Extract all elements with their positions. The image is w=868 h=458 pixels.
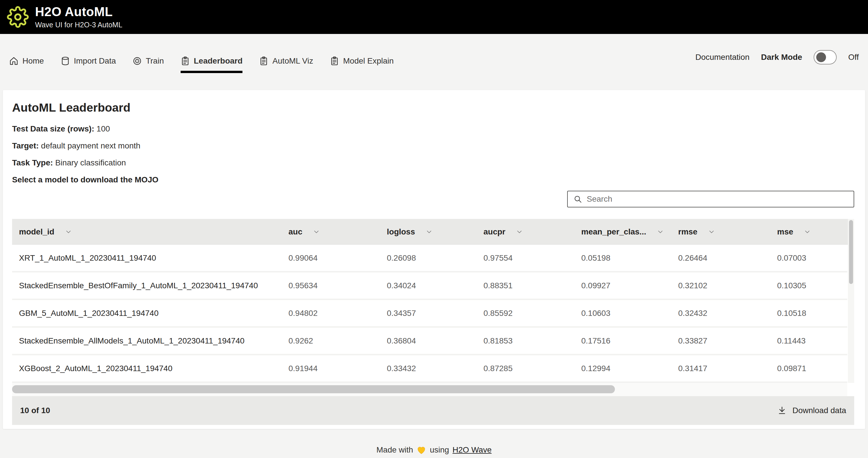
metric-cell: 0.31417 xyxy=(678,364,777,373)
select-model-hint: Select a model to download the MOJO xyxy=(12,175,854,184)
vertical-scrollbar xyxy=(848,219,854,383)
page-title: AutoML Leaderboard xyxy=(12,101,854,115)
chevron-down-icon xyxy=(65,228,72,236)
metric-cell: 0.85592 xyxy=(484,309,581,318)
nav-tab-label: Model Explain xyxy=(343,56,394,66)
metric-cell: 0.94802 xyxy=(288,309,387,318)
nav-tab-model-explain[interactable]: Model Explain xyxy=(330,56,394,73)
download-data-button[interactable]: Download data xyxy=(777,406,846,415)
table-row[interactable]: XGBoost_2_AutoML_1_20230411_1947400.9194… xyxy=(12,355,847,383)
nav-tab-label: Import Data xyxy=(74,56,116,66)
dark-mode-toggle-knob xyxy=(816,52,826,62)
documentation-link[interactable]: Documentation xyxy=(695,53,749,62)
search-icon xyxy=(574,195,582,204)
search-input[interactable] xyxy=(587,191,854,207)
column-header-label: mse xyxy=(777,227,793,237)
nav-tabs: Home Import Data Train xyxy=(9,56,394,73)
metric-cell: 0.32102 xyxy=(678,281,777,290)
yellow-heart-icon xyxy=(416,445,426,455)
metric-cell: 0.97554 xyxy=(484,253,581,263)
column-header-modelid[interactable]: model_id xyxy=(12,227,288,237)
chevron-down-icon xyxy=(657,228,664,236)
metric-cell: 0.9262 xyxy=(288,336,387,345)
info-value: default payment next month xyxy=(41,141,141,150)
chevron-down-icon xyxy=(708,228,715,236)
home-icon xyxy=(9,56,19,66)
info-value: Binary classification xyxy=(55,158,126,167)
nav-tab-automl-viz[interactable]: AutoML Viz xyxy=(259,56,313,73)
info-target: Target: default payment next month xyxy=(12,141,854,150)
metric-cell: 0.33827 xyxy=(678,336,777,345)
metric-cell: 0.09871 xyxy=(777,364,847,373)
metric-cell: 0.26098 xyxy=(387,253,484,263)
metric-cell: 0.95634 xyxy=(288,281,387,290)
metric-cell: 0.34357 xyxy=(387,309,484,318)
column-header-aucpr[interactable]: aucpr xyxy=(484,227,581,237)
table-footer: 10 of 10 Download data xyxy=(12,396,854,425)
model-id-cell: XGBoost_2_AutoML_1_20230411_194740 xyxy=(12,364,288,373)
metric-cell: 0.12994 xyxy=(581,364,678,373)
leaderboard-card: AutoML Leaderboard Test Data size (rows)… xyxy=(3,90,865,429)
vertical-scrollbar-thumb[interactable] xyxy=(849,220,853,284)
model-id-cell: StackedEnsemble_BestOfFamily_1_AutoML_1_… xyxy=(12,281,288,290)
metric-cell: 0.05198 xyxy=(581,253,678,263)
table-row[interactable]: StackedEnsemble_AllModels_1_AutoML_1_202… xyxy=(12,328,847,355)
database-icon xyxy=(61,56,70,66)
nav-tab-import-data[interactable]: Import Data xyxy=(61,56,116,73)
info-test-data-size: Test Data size (rows): 100 xyxy=(12,124,854,133)
nav-tab-home[interactable]: Home xyxy=(9,56,44,73)
column-header-label: logloss xyxy=(387,227,415,237)
app-title: H2O AutoML xyxy=(35,5,122,19)
metric-cell: 0.07003 xyxy=(777,253,847,263)
footer-text-after: using xyxy=(430,445,449,455)
target-icon xyxy=(132,56,142,66)
nav-tab-train[interactable]: Train xyxy=(132,56,164,73)
search-box xyxy=(567,191,854,207)
metric-cell: 0.99064 xyxy=(288,253,387,263)
column-header-rmse[interactable]: rmse xyxy=(678,227,777,237)
table-row[interactable]: StackedEnsemble_BestOfFamily_1_AutoML_1_… xyxy=(12,272,847,300)
horizontal-scrollbar-thumb[interactable] xyxy=(12,385,615,393)
info-label: Target: xyxy=(12,141,39,150)
metric-cell: 0.34024 xyxy=(387,281,484,290)
main-nav: Home Import Data Train xyxy=(0,34,868,90)
nav-right: Documentation Dark Mode Off xyxy=(695,50,859,64)
clipboard-icon xyxy=(259,56,268,66)
chevron-down-icon xyxy=(425,228,433,236)
column-header-logloss[interactable]: logloss xyxy=(387,227,484,237)
h2o-wave-link[interactable]: H2O Wave xyxy=(453,445,492,455)
clipboard-icon xyxy=(330,56,339,66)
model-id-cell: StackedEnsemble_AllModels_1_AutoML_1_202… xyxy=(12,336,288,345)
info-task-type: Task Type: Binary classification xyxy=(12,158,854,167)
metric-cell: 0.10603 xyxy=(581,309,678,318)
dark-mode-state: Off xyxy=(848,53,859,62)
footer-text-before: Made with xyxy=(376,445,413,455)
metric-cell: 0.32432 xyxy=(678,309,777,318)
metric-cell: 0.88351 xyxy=(484,281,581,290)
metric-cell: 0.10518 xyxy=(777,309,847,318)
table-header-row: model_id auc logloss aucpr mean_per_clas… xyxy=(12,219,854,245)
nav-tab-leaderboard[interactable]: Leaderboard xyxy=(181,56,243,73)
column-header-mse[interactable]: mse xyxy=(777,227,854,237)
search-row xyxy=(12,191,854,207)
metric-cell: 0.91944 xyxy=(288,364,387,373)
horizontal-scrollbar xyxy=(12,383,847,396)
column-header-label: auc xyxy=(288,227,302,237)
download-label: Download data xyxy=(793,406,846,415)
info-label: Test Data size (rows): xyxy=(12,124,94,133)
column-header-meanperclas[interactable]: mean_per_clas... xyxy=(581,227,678,237)
info-label: Task Type: xyxy=(12,158,53,167)
table-row[interactable]: GBM_5_AutoML_1_20230411_1947400.948020.3… xyxy=(12,300,847,328)
column-header-label: model_id xyxy=(19,227,54,237)
model-id-cell: XRT_1_AutoML_1_20230411_194740 xyxy=(12,253,288,263)
nav-tab-label: Train xyxy=(146,56,164,66)
gear-icon xyxy=(7,6,29,28)
column-header-auc[interactable]: auc xyxy=(288,227,387,237)
table-row[interactable]: XRT_1_AutoML_1_20230411_1947400.990640.2… xyxy=(12,245,847,272)
dark-mode-toggle[interactable] xyxy=(814,50,837,64)
nav-tab-label: AutoML Viz xyxy=(272,56,313,66)
column-header-label: mean_per_clas... xyxy=(581,227,646,237)
chevron-down-icon xyxy=(804,228,811,236)
chevron-down-icon xyxy=(516,228,523,236)
metric-cell: 0.10305 xyxy=(777,281,847,290)
